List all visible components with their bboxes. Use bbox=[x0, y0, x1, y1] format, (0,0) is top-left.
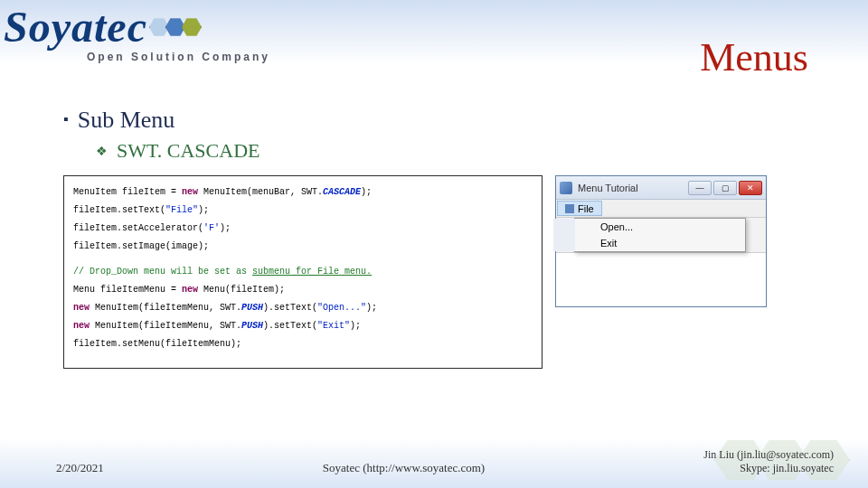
menu-file-label: File bbox=[578, 203, 594, 214]
logo: Soyatec Open Solution Company bbox=[4, 5, 329, 63]
code-line: fileItem.setImage(image); bbox=[73, 238, 533, 256]
footer-date: 2/20/2021 bbox=[56, 461, 104, 475]
window-client-area bbox=[556, 252, 766, 306]
window-title: Menu Tutorial bbox=[578, 183, 683, 193]
window-menubar: File bbox=[556, 200, 766, 218]
minimize-button[interactable]: — bbox=[688, 181, 712, 195]
logo-name: Soyatec bbox=[4, 5, 147, 49]
dropdown-exit[interactable]: Exit bbox=[553, 235, 745, 251]
footer-center: Soyatec (http://www.soyatec.com) bbox=[104, 461, 704, 475]
logo-wordmark: Soyatec bbox=[4, 5, 329, 49]
slide-title: Menus bbox=[700, 34, 808, 80]
slide-footer: 2/20/2021 Soyatec (http://www.soyatec.co… bbox=[0, 448, 868, 475]
menu-file[interactable]: File bbox=[557, 201, 602, 216]
subheading-swt-cascade: SWT. CASCADE bbox=[96, 139, 814, 163]
footer-author: Jin Liu (jin.liu@soyatec.com) bbox=[703, 448, 834, 462]
logo-tagline: Open Solution Company bbox=[87, 51, 329, 63]
code-line: fileItem.setAccelerator('F'); bbox=[73, 220, 533, 238]
heading-sub-menu: Sub Menu bbox=[63, 107, 814, 134]
code-line: new MenuItem(fileItemMenu, SWT.PUSH).set… bbox=[73, 299, 533, 317]
code-line: // Drop_Down menu will be set as submenu… bbox=[73, 263, 533, 281]
code-line: new MenuItem(fileItemMenu, SWT.PUSH).set… bbox=[73, 317, 533, 335]
logo-hex-icon bbox=[153, 17, 202, 37]
footer-skype: Skype: jin.liu.soyatec bbox=[703, 462, 834, 475]
file-dropdown: Open... Exit bbox=[574, 218, 746, 252]
window-titlebar: Menu Tutorial — ▢ ✕ bbox=[556, 176, 766, 200]
app-window-screenshot: Menu Tutorial — ▢ ✕ File Open... Exit bbox=[555, 175, 767, 307]
maximize-button[interactable]: ▢ bbox=[713, 181, 737, 195]
window-app-icon bbox=[560, 182, 572, 194]
code-line: fileItem.setText("File"); bbox=[73, 202, 533, 220]
close-button[interactable]: ✕ bbox=[739, 181, 762, 195]
code-line: MenuItem fileItem = new MenuItem(menuBar… bbox=[73, 183, 533, 202]
dropdown-open[interactable]: Open... bbox=[553, 219, 745, 235]
code-line: fileItem.setMenu(fileItemMenu); bbox=[73, 335, 533, 353]
code-line: Menu fileItemMenu = new Menu(fileItem); bbox=[73, 281, 533, 299]
code-snippet: MenuItem fileItem = new MenuItem(menuBar… bbox=[63, 175, 542, 369]
file-menu-icon bbox=[565, 204, 574, 213]
